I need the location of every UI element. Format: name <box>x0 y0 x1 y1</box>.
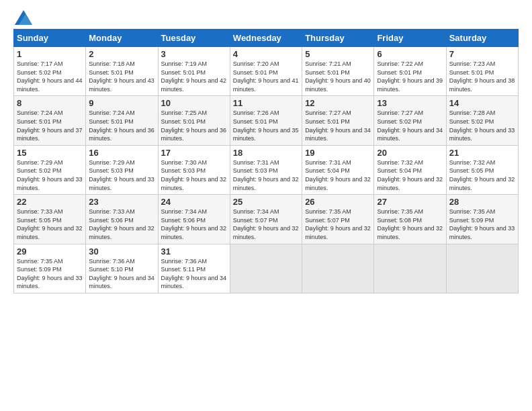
day-info: Sunrise: 7:35 AMSunset: 5:07 PMDaylight:… <box>305 208 371 241</box>
table-row: 3Sunrise: 7:19 AMSunset: 5:01 PMDaylight… <box>158 47 230 96</box>
table-row <box>230 244 302 293</box>
day-info: Sunrise: 7:26 AMSunset: 5:01 PMDaylight:… <box>233 109 299 142</box>
day-number: 12 <box>305 98 371 108</box>
day-number: 13 <box>377 98 443 108</box>
day-info: Sunrise: 7:18 AMSunset: 5:01 PMDaylight:… <box>89 60 154 93</box>
day-number: 15 <box>17 148 83 158</box>
table-row: 8Sunrise: 7:24 AMSunset: 5:01 PMDaylight… <box>14 96 86 145</box>
table-row: 9Sunrise: 7:24 AMSunset: 5:01 PMDaylight… <box>86 96 158 145</box>
day-number: 28 <box>449 197 515 207</box>
calendar-header-row: Sunday Monday Tuesday Wednesday Thursday… <box>14 30 519 47</box>
page: Sunday Monday Tuesday Wednesday Thursday… <box>0 0 532 411</box>
day-info: Sunrise: 7:19 AMSunset: 5:01 PMDaylight:… <box>161 60 227 93</box>
day-info: Sunrise: 7:36 AMSunset: 5:11 PMDaylight:… <box>161 257 227 291</box>
table-row: 14Sunrise: 7:28 AMSunset: 5:02 PMDayligh… <box>446 96 518 145</box>
col-tuesday: Tuesday <box>158 30 230 47</box>
col-friday: Friday <box>374 30 446 47</box>
table-row: 26Sunrise: 7:35 AMSunset: 5:07 PMDayligh… <box>302 195 374 244</box>
day-info: Sunrise: 7:21 AMSunset: 5:01 PMDaylight:… <box>305 60 371 93</box>
day-info: Sunrise: 7:23 AMSunset: 5:01 PMDaylight:… <box>449 60 515 93</box>
day-number: 16 <box>89 148 154 158</box>
table-row: 23Sunrise: 7:33 AMSunset: 5:06 PMDayligh… <box>86 195 158 244</box>
day-info: Sunrise: 7:32 AMSunset: 5:05 PMDaylight:… <box>449 158 515 192</box>
day-number: 1 <box>17 49 83 59</box>
day-number: 8 <box>17 98 83 108</box>
day-info: Sunrise: 7:30 AMSunset: 5:03 PMDaylight:… <box>161 158 227 192</box>
day-number: 29 <box>17 246 83 257</box>
day-info: Sunrise: 7:20 AMSunset: 5:01 PMDaylight:… <box>233 60 299 93</box>
table-row: 20Sunrise: 7:32 AMSunset: 5:04 PMDayligh… <box>374 145 446 194</box>
day-number: 25 <box>233 197 299 207</box>
table-row <box>446 244 518 293</box>
day-info: Sunrise: 7:33 AMSunset: 5:06 PMDaylight:… <box>89 208 154 241</box>
logo <box>13 10 32 22</box>
day-number: 11 <box>233 98 299 108</box>
table-row: 17Sunrise: 7:30 AMSunset: 5:03 PMDayligh… <box>158 145 230 194</box>
table-row: 19Sunrise: 7:31 AMSunset: 5:04 PMDayligh… <box>302 145 374 194</box>
day-info: Sunrise: 7:25 AMSunset: 5:01 PMDaylight:… <box>161 109 227 142</box>
day-info: Sunrise: 7:29 AMSunset: 5:02 PMDaylight:… <box>17 158 83 192</box>
day-number: 5 <box>305 49 371 59</box>
calendar: Sunday Monday Tuesday Wednesday Thursday… <box>13 29 519 293</box>
table-row <box>302 244 374 293</box>
day-number: 3 <box>161 49 227 59</box>
day-info: Sunrise: 7:29 AMSunset: 5:03 PMDaylight:… <box>89 158 154 192</box>
table-row: 27Sunrise: 7:35 AMSunset: 5:08 PMDayligh… <box>374 195 446 244</box>
table-row: 31Sunrise: 7:36 AMSunset: 5:11 PMDayligh… <box>158 244 230 293</box>
day-number: 23 <box>89 197 154 207</box>
table-row: 15Sunrise: 7:29 AMSunset: 5:02 PMDayligh… <box>14 145 86 194</box>
table-row: 4Sunrise: 7:20 AMSunset: 5:01 PMDaylight… <box>230 47 302 96</box>
day-number: 7 <box>449 49 515 59</box>
day-info: Sunrise: 7:28 AMSunset: 5:02 PMDaylight:… <box>449 109 515 142</box>
day-number: 19 <box>305 148 371 158</box>
table-row: 13Sunrise: 7:27 AMSunset: 5:02 PMDayligh… <box>374 96 446 145</box>
day-info: Sunrise: 7:32 AMSunset: 5:04 PMDaylight:… <box>377 158 443 192</box>
day-number: 18 <box>233 148 299 158</box>
day-info: Sunrise: 7:22 AMSunset: 5:01 PMDaylight:… <box>377 60 443 93</box>
day-info: Sunrise: 7:35 AMSunset: 5:09 PMDaylight:… <box>17 257 83 291</box>
col-saturday: Saturday <box>446 30 518 47</box>
table-row: 18Sunrise: 7:31 AMSunset: 5:03 PMDayligh… <box>230 145 302 194</box>
day-info: Sunrise: 7:31 AMSunset: 5:03 PMDaylight:… <box>233 158 299 192</box>
day-number: 10 <box>161 98 227 108</box>
day-number: 24 <box>161 197 227 207</box>
day-info: Sunrise: 7:36 AMSunset: 5:10 PMDaylight:… <box>89 257 154 291</box>
day-number: 6 <box>377 49 443 59</box>
day-info: Sunrise: 7:34 AMSunset: 5:06 PMDaylight:… <box>161 208 227 241</box>
table-row: 1Sunrise: 7:17 AMSunset: 5:02 PMDaylight… <box>14 47 86 96</box>
day-info: Sunrise: 7:27 AMSunset: 5:02 PMDaylight:… <box>377 109 443 142</box>
day-number: 31 <box>161 246 227 257</box>
day-number: 30 <box>89 246 154 257</box>
day-number: 27 <box>377 197 443 207</box>
table-row: 29Sunrise: 7:35 AMSunset: 5:09 PMDayligh… <box>14 244 86 293</box>
col-monday: Monday <box>86 30 158 47</box>
table-row: 12Sunrise: 7:27 AMSunset: 5:01 PMDayligh… <box>302 96 374 145</box>
table-row: 25Sunrise: 7:34 AMSunset: 5:07 PMDayligh… <box>230 195 302 244</box>
day-number: 14 <box>449 98 515 108</box>
table-row: 22Sunrise: 7:33 AMSunset: 5:05 PMDayligh… <box>14 195 86 244</box>
table-row: 30Sunrise: 7:36 AMSunset: 5:10 PMDayligh… <box>86 244 158 293</box>
table-row: 21Sunrise: 7:32 AMSunset: 5:05 PMDayligh… <box>446 145 518 194</box>
day-number: 4 <box>233 49 299 59</box>
day-info: Sunrise: 7:34 AMSunset: 5:07 PMDaylight:… <box>233 208 299 241</box>
day-number: 2 <box>89 49 154 59</box>
day-info: Sunrise: 7:35 AMSunset: 5:08 PMDaylight:… <box>377 208 443 241</box>
day-info: Sunrise: 7:24 AMSunset: 5:01 PMDaylight:… <box>89 109 154 142</box>
table-row <box>374 244 446 293</box>
day-info: Sunrise: 7:33 AMSunset: 5:05 PMDaylight:… <box>17 208 83 241</box>
day-info: Sunrise: 7:31 AMSunset: 5:04 PMDaylight:… <box>305 158 371 192</box>
header <box>13 10 519 22</box>
day-number: 17 <box>161 148 227 158</box>
table-row: 6Sunrise: 7:22 AMSunset: 5:01 PMDaylight… <box>374 47 446 96</box>
day-info: Sunrise: 7:27 AMSunset: 5:01 PMDaylight:… <box>305 109 371 142</box>
table-row: 28Sunrise: 7:35 AMSunset: 5:09 PMDayligh… <box>446 195 518 244</box>
table-row: 24Sunrise: 7:34 AMSunset: 5:06 PMDayligh… <box>158 195 230 244</box>
table-row: 7Sunrise: 7:23 AMSunset: 5:01 PMDaylight… <box>446 47 518 96</box>
table-row: 2Sunrise: 7:18 AMSunset: 5:01 PMDaylight… <box>86 47 158 96</box>
table-row: 11Sunrise: 7:26 AMSunset: 5:01 PMDayligh… <box>230 96 302 145</box>
table-row: 10Sunrise: 7:25 AMSunset: 5:01 PMDayligh… <box>158 96 230 145</box>
col-thursday: Thursday <box>302 30 374 47</box>
day-number: 21 <box>449 148 515 158</box>
col-sunday: Sunday <box>14 30 86 47</box>
col-wednesday: Wednesday <box>230 30 302 47</box>
